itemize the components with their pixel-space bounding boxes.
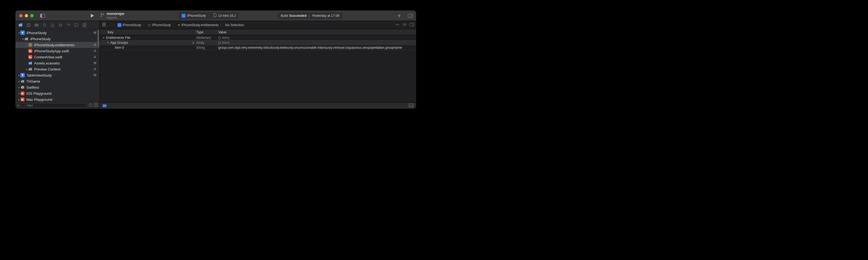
plist-row[interactable]: Item 0Stringgroup.com.dqd.very.extremely… (100, 45, 416, 50)
tag-indicator[interactable] (103, 105, 106, 107)
project-tree[interactable]: ▾iPhoneStudyM▾iPhoneStudyiPhoneStudy.ent… (16, 29, 100, 102)
svg-point-13 (43, 24, 45, 26)
minimize-window-button[interactable] (25, 14, 28, 17)
library-button[interactable] (396, 13, 402, 19)
assets-icon (28, 61, 32, 65)
zoom-window-button[interactable] (30, 14, 34, 17)
branch-sub: trigame (107, 16, 124, 19)
build-label: Build (281, 14, 288, 18)
add-editor-button[interactable] (409, 23, 414, 27)
source-control-branch[interactable]: monorepo trigame (100, 12, 124, 19)
add-button[interactable]: + (17, 103, 19, 108)
disclosure-triangle[interactable]: ▾ (102, 36, 105, 39)
scm-filter-button[interactable] (94, 103, 98, 108)
svg-rect-12 (37, 25, 38, 26)
destination-name: 13 mini 16.2 (218, 14, 236, 18)
back-button[interactable]: 〈 (107, 23, 111, 27)
jumpbar-crumb-2[interactable]: ✶ iPhoneStudy.entitlements (178, 23, 218, 27)
tree-row[interactable]: ContentView.swiftA (16, 54, 100, 60)
disclosure-chevron[interactable]: ▸ (25, 68, 28, 71)
plist-row[interactable]: ▾App Groups▴▾Array(1 item) (100, 40, 416, 45)
disclosure-chevron[interactable]: ▾ (18, 31, 20, 34)
scheme-destination-picker[interactable]: iPhoneStudy 〉 13 mini 16.2 (179, 12, 239, 19)
plist-value[interactable]: group.com.dqd.very.extremely.ridiculousl… (218, 46, 416, 50)
svg-rect-29 (410, 23, 414, 26)
tree-row[interactable]: ▾iPhoneStudy (16, 36, 100, 42)
plist-type[interactable]: Array (196, 41, 218, 45)
related-items-button[interactable] (102, 23, 106, 27)
scheme-name: iPhoneStudy (187, 14, 206, 18)
test-navigator-tab[interactable] (58, 23, 63, 27)
run-button[interactable] (89, 13, 95, 19)
tree-row[interactable]: Assets.xcassetsM (16, 60, 100, 66)
svg-rect-26 (104, 23, 106, 24)
plist-type[interactable]: String (196, 46, 218, 50)
filter-input[interactable]: ⌕ Filter (21, 103, 87, 108)
project-navigator-tab[interactable] (18, 23, 23, 27)
disclosure-chevron[interactable]: ▸ (18, 74, 20, 77)
tree-row[interactable]: ▸Mac Playground (16, 96, 100, 102)
recent-filter-button[interactable] (89, 103, 92, 108)
symbol-navigator-tab[interactable] (34, 23, 39, 27)
disclosure-chevron[interactable]: ▸ (18, 80, 20, 83)
scm-status: M (93, 31, 97, 35)
disclosure-chevron[interactable]: ▾ (22, 37, 24, 40)
activity-status[interactable]: Build Succeeded | Yesterday at 17:08 (277, 12, 343, 19)
tree-row[interactable]: ▸iOS Playground (16, 90, 100, 96)
review-button[interactable] (395, 23, 400, 27)
jumpbar-crumb-0[interactable]: iPhoneStudy (118, 23, 141, 27)
swift-icon (28, 55, 32, 59)
plist-type[interactable]: Dictionary (196, 36, 218, 40)
tree-row[interactable]: ▸Swiftest (16, 84, 100, 90)
disclosure-chevron[interactable]: ▸ (18, 92, 20, 95)
jumpbar-crumb-3[interactable]: No Selection (225, 23, 244, 27)
type-stepper[interactable]: ▴▾ (193, 41, 194, 44)
disclosure-chevron[interactable]: ▸ (18, 86, 20, 89)
scm-status: A (93, 55, 97, 59)
source-control-navigator-tab[interactable] (26, 23, 31, 27)
folder-icon (20, 79, 25, 83)
tree-row[interactable]: ▸Preview ContentA (16, 66, 100, 72)
plist-value[interactable]: (1 item) (218, 36, 416, 40)
column-type[interactable]: Type (196, 30, 218, 34)
disclosure-chevron[interactable]: ▸ (18, 98, 20, 101)
editor-options-button[interactable] (402, 23, 407, 27)
jumpbar-crumb-1[interactable]: 🗀 iPhoneStudy (148, 23, 171, 27)
folder-icon (24, 37, 29, 41)
forward-button[interactable]: 〉 (113, 23, 116, 27)
svg-rect-25 (102, 23, 104, 24)
svg-rect-1 (40, 14, 42, 17)
tree-item-label: Assets.xcassets (34, 61, 93, 65)
issue-navigator-tab[interactable] (50, 23, 55, 27)
tree-row[interactable]: iPhoneStudyApp.swiftA (16, 48, 100, 54)
tree-row[interactable]: ▸TableViewStudyM (16, 72, 100, 78)
tree-item-label: iPhoneStudy.entitlements (34, 43, 93, 47)
svg-rect-30 (409, 104, 413, 107)
scrollbar-thumb[interactable] (97, 30, 99, 46)
breakpoint-navigator-tab[interactable] (74, 23, 79, 27)
find-navigator-tab[interactable] (42, 23, 47, 27)
tree-row[interactable]: ▾iPhoneStudyM (16, 30, 100, 36)
folder-icon (28, 67, 32, 71)
plist-key: Entitlements File (106, 36, 130, 40)
app-icon (118, 23, 121, 27)
svg-point-4 (103, 14, 104, 15)
close-window-button[interactable] (19, 14, 23, 17)
column-key[interactable]: Key (100, 30, 196, 34)
disclosure-triangle[interactable]: ▾ (106, 41, 109, 44)
toggle-bottom-panel-button[interactable] (409, 103, 413, 108)
plist-row[interactable]: ▾Entitlements FileDictionary(1 item) (100, 35, 416, 40)
toggle-inspector-button[interactable] (407, 13, 413, 19)
swift-icon (20, 97, 25, 102)
column-value[interactable]: Value (218, 30, 416, 34)
debug-navigator-tab[interactable] (66, 23, 71, 27)
toggle-navigator-button[interactable] (40, 13, 46, 19)
plist-value[interactable]: (1 item) (218, 41, 416, 45)
svg-rect-19 (28, 55, 32, 59)
tree-row[interactable]: ▸TriGame (16, 78, 100, 84)
folder-icon: 🗀 (148, 23, 151, 27)
report-navigator-tab[interactable] (82, 23, 87, 27)
swift-icon (28, 49, 32, 53)
svg-rect-7 (411, 14, 413, 17)
tree-row[interactable]: iPhoneStudy.entitlementsA (16, 42, 100, 48)
